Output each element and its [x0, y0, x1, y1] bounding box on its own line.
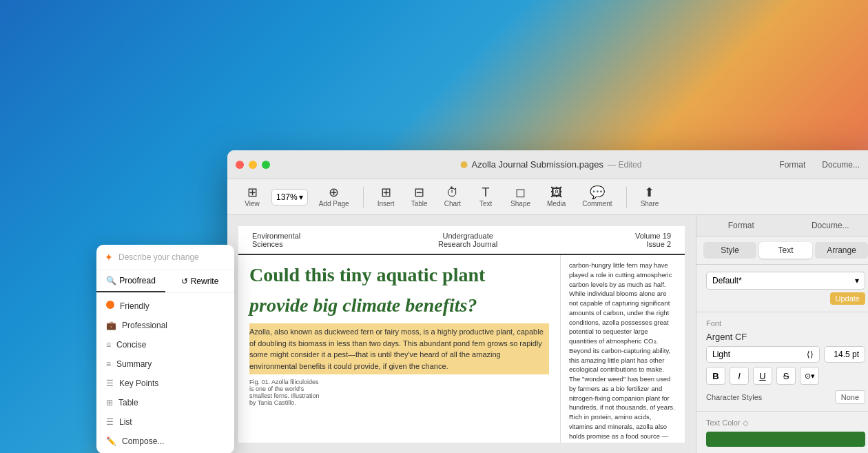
rewrite-icon: ↺ [181, 276, 188, 286]
traffic-lights [236, 161, 270, 169]
tab-format[interactable]: Format [696, 215, 786, 236]
tab-document[interactable]: Docume... [786, 215, 869, 236]
toolbar-separator-2 [626, 187, 627, 208]
share-button[interactable]: ⬆ Share [635, 183, 665, 210]
view-group: ⊞ View [238, 183, 266, 210]
font-controls: Light ⟨⟩ 14.5 pt [706, 346, 865, 363]
ai-tabs: 🔍 Proofread ↺ Rewrite [96, 270, 234, 293]
list-item-table[interactable]: ⊞ Table [96, 393, 234, 412]
header-right: Volume 19 Issue 2 [635, 232, 671, 248]
concise-icon: ≡ [106, 340, 111, 350]
bold-button[interactable]: B [706, 367, 725, 385]
ai-sparkle-icon: ✦ [105, 252, 113, 263]
comment-icon: 💬 [590, 186, 605, 199]
document-canvas[interactable]: Environmental Sciences Undergraduate Res… [227, 215, 696, 453]
zoom-control[interactable]: 137% ▾ [271, 189, 308, 205]
chart-icon: ⏱ [446, 186, 459, 199]
ai-search-bar: ✦ Describe your change [96, 245, 234, 270]
more-options-button[interactable]: ⊙▾ [800, 367, 819, 385]
compose-icon: ✏️ [106, 436, 116, 446]
media-icon: 🖼 [550, 186, 563, 199]
fullscreen-button[interactable] [262, 161, 270, 169]
file-icon [461, 161, 468, 168]
list-item-list[interactable]: ☰ List [96, 412, 234, 432]
toolbar-separator-1 [363, 187, 364, 208]
minimize-button[interactable] [249, 161, 257, 169]
chart-button[interactable]: ⏱ Chart [439, 183, 466, 210]
title-bar: Azolla Journal Submission.pages — Edited… [227, 150, 868, 179]
chevron-down-icon: ▾ [855, 276, 859, 285]
char-styles-selector[interactable]: None [835, 390, 865, 404]
text-color-section: Text Color ◇ [696, 412, 868, 453]
right-panel: Format Docume... Style Text Arrange Defa… [696, 215, 868, 453]
table-icon: ⊞ [106, 398, 113, 407]
panel-sub-tabs: Style Text Arrange [696, 236, 868, 265]
text-button[interactable]: T Text [472, 183, 499, 210]
ai-options-list: Friendly 💼 Professional ≡ Concise ≡ Summ… [96, 293, 234, 453]
article-subtitle: provide big climate benefits? [249, 294, 549, 317]
sub-tab-style[interactable]: Style [703, 242, 756, 259]
doc-body: Could this tiny aquatic plant provide bi… [238, 255, 685, 443]
doc-header: Environmental Sciences Undergraduate Res… [238, 226, 685, 255]
font-style-row: B I U S ⊙▾ [706, 367, 865, 385]
format-panel-toggle[interactable]: Format [772, 157, 812, 172]
list-item-friendly[interactable]: Friendly [96, 296, 234, 316]
window-title: Azolla Journal Submission.pages — Edited [461, 159, 642, 170]
briefcase-icon: 💼 [106, 321, 116, 330]
chevron-down-icon: ▾ [299, 192, 303, 202]
view-button[interactable]: ⊞ View [238, 183, 266, 210]
font-size-input[interactable]: 14.5 pt [824, 346, 865, 363]
close-button[interactable] [236, 161, 244, 169]
list-item-concise[interactable]: ≡ Concise [96, 335, 234, 354]
add-page-button[interactable]: ⊕ Add Page [313, 183, 355, 210]
char-styles-row: Character Styles None [706, 390, 865, 404]
shape-button[interactable]: ◻ Shape [505, 183, 536, 210]
insert-button[interactable]: ⊞ Insert [372, 183, 400, 210]
list-item-summary[interactable]: ≡ Summary [96, 354, 234, 374]
comment-button[interactable]: 💬 Comment [577, 183, 617, 210]
ai-placeholder[interactable]: Describe your change [118, 252, 199, 262]
add-page-icon: ⊕ [329, 186, 339, 199]
share-icon: ⬆ [644, 186, 654, 199]
text-icon: T [482, 186, 490, 199]
key-points-icon: ☰ [106, 379, 114, 388]
italic-button[interactable]: I [730, 367, 749, 385]
sub-tab-arrange[interactable]: Arrange [815, 242, 868, 259]
proofread-tab[interactable]: 🔍 Proofread [96, 270, 165, 292]
highlight-paragraph: Azolla, also known as duckweed fern or f… [249, 323, 549, 374]
main-content: Environmental Sciences Undergraduate Res… [227, 215, 868, 453]
panel-toggle-group: Format Docume... [772, 157, 867, 172]
style-selector[interactable]: Default* ▾ [706, 272, 865, 290]
insert-icon: ⊞ [381, 186, 391, 199]
underline-button[interactable]: U [753, 367, 772, 385]
table-icon: ⊟ [414, 186, 424, 199]
doc-left-column: Could this tiny aquatic plant provide bi… [238, 255, 561, 443]
text-color-swatch[interactable] [706, 432, 865, 447]
font-section: Font Argent CF Light ⟨⟩ 14.5 pt B I U S … [696, 312, 868, 412]
proofread-icon: 🔍 [106, 276, 116, 285]
strikethrough-button[interactable]: S [776, 367, 796, 385]
panel-main-tabs: Format Docume... [696, 215, 868, 236]
rewrite-tab[interactable]: ↺ Rewrite [165, 270, 234, 292]
document-panel-toggle[interactable]: Docume... [815, 157, 867, 172]
header-left: Environmental Sciences [252, 232, 300, 248]
article-title: Could this tiny aquatic plant [249, 263, 549, 287]
summary-icon: ≡ [106, 359, 111, 369]
list-item-professional[interactable]: 💼 Professional [96, 316, 234, 335]
list-icon: ☰ [106, 417, 114, 427]
shape-icon: ◻ [515, 186, 526, 199]
pages-window: Azolla Journal Submission.pages — Edited… [227, 150, 868, 453]
list-item-key-points[interactable]: ☰ Key Points [96, 374, 234, 393]
table-button[interactable]: ⊟ Table [406, 183, 433, 210]
doc-right-column: carbon-hungry little fern may have playe… [561, 255, 685, 443]
header-center: Undergraduate Research Journal [438, 232, 497, 248]
update-button[interactable]: Update [830, 292, 865, 305]
media-button[interactable]: 🖼 Media [541, 183, 571, 210]
chevron-icon: ⟨⟩ [807, 350, 814, 359]
font-weight-selector[interactable]: Light ⟨⟩ [706, 346, 820, 363]
list-item-compose[interactable]: ✏️ Compose... [96, 432, 234, 451]
toolbar: ⊞ View 137% ▾ ⊕ Add Page ⊞ Insert ⊟ Tabl… [227, 179, 868, 215]
style-section: Default* ▾ Update [696, 265, 868, 312]
ai-popup: ✦ Describe your change 🔍 Proofread ↺ Rew… [96, 245, 234, 453]
sub-tab-text[interactable]: Text [759, 242, 812, 259]
